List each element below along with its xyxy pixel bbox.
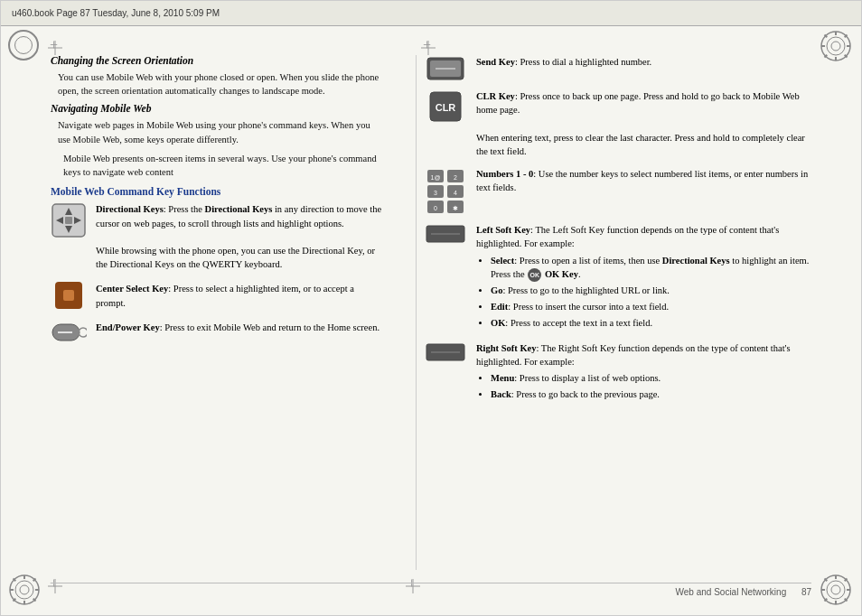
svg-text:✱: ✱ <box>453 205 458 211</box>
numbers-key-item: 1@ 2 3 4 0 ✱ Numbers 1 - 0: Use the numb… <box>426 167 811 214</box>
send-key-text: Send Key: Press to dial a highlighted nu… <box>476 55 811 69</box>
command-key-section: Mobile Web Command Key Functions <box>51 186 385 344</box>
numbers-key-icon: 1@ 2 3 4 0 ✱ <box>426 167 465 214</box>
section-changing-screen: Changing the Screen Orientation You can … <box>51 55 385 98</box>
svg-point-1 <box>827 37 845 55</box>
svg-text:3: 3 <box>434 190 437 196</box>
corner-top-right <box>820 30 854 64</box>
svg-text:CLR: CLR <box>436 102 456 113</box>
section-navigating-mobile-web: Navigating Mobile Web Navigate web pages… <box>51 103 385 179</box>
directional-key-text: Directional Keys: Press the Directional … <box>96 202 385 271</box>
navigating-mobile-web-title: Navigating Mobile Web <box>51 103 385 114</box>
center-select-key-item: Center Select Key: Press to select a hig… <box>51 282 385 309</box>
numbers-key-text: Numbers 1 - 0: Use the number keys to se… <box>476 167 811 194</box>
footer: Web and Social Networking 87 <box>51 583 811 597</box>
clr-key-text: CLR Key: Press once to back up one page.… <box>476 89 811 158</box>
center-select-key-text: Center Select Key: Press to select a hig… <box>96 282 385 309</box>
svg-text:4: 4 <box>454 190 457 196</box>
navigating-body1: Navigate web pages in Mobile Web using y… <box>51 118 385 145</box>
corner-bottom-right <box>820 574 854 608</box>
right-column: Send Key: Press to dial a highlighted nu… <box>416 55 811 570</box>
svg-point-2 <box>831 42 840 51</box>
left-soft-key-icon <box>426 223 465 243</box>
footer-right: Web and Social Networking 87 <box>676 587 811 597</box>
svg-text:0: 0 <box>434 205 437 211</box>
right-soft-key-text: Right Soft Key: The Right Soft Key funct… <box>476 341 811 404</box>
end-power-key-text: End/Power Key: Press to exit Mobile Web … <box>96 321 385 334</box>
end-power-key-item: End/Power Key: Press to exit Mobile Web … <box>51 321 385 344</box>
left-soft-key-item: Left Soft Key: The Left Soft Key functio… <box>426 223 811 332</box>
directional-key-icon <box>51 202 87 238</box>
svg-text:2: 2 <box>454 174 457 181</box>
center-select-key-icon <box>51 282 87 309</box>
left-column: Changing the Screen Orientation You can … <box>51 55 394 570</box>
changing-screen-body: You can use Mobile Web with your phone c… <box>51 70 385 98</box>
clr-key-icon: CLR <box>426 89 465 122</box>
svg-text:1@: 1@ <box>431 174 441 181</box>
footer-page-number: 87 <box>801 587 811 597</box>
svg-point-24 <box>831 585 840 594</box>
command-key-title: Mobile Web Command Key Functions <box>51 186 385 197</box>
content-area: Changing the Screen Orientation You can … <box>51 55 811 570</box>
right-soft-key-icon <box>426 341 465 361</box>
svg-point-13 <box>20 585 29 594</box>
header-text: u460.book Page 87 Tuesday, June 8, 2010 … <box>12 8 220 18</box>
send-key-item: Send Key: Press to dial a highlighted nu… <box>426 55 811 80</box>
right-soft-key-item: Right Soft Key: The Right Soft Key funct… <box>426 341 811 404</box>
left-soft-key-text: Left Soft Key: The Left Soft Key functio… <box>476 223 811 332</box>
svg-rect-46 <box>65 217 72 224</box>
directional-keys-item: Directional Keys: Press the Directional … <box>51 202 385 271</box>
end-power-key-icon <box>51 321 87 344</box>
navigating-body2: Mobile Web presents on-screen items in s… <box>51 152 385 179</box>
footer-section-label: Web and Social Networking <box>676 587 787 597</box>
send-key-icon <box>426 55 465 80</box>
corner-top-left <box>8 30 42 64</box>
corner-bottom-left <box>8 574 42 608</box>
clr-key-item: CLR CLR Key: Press once to back up one p… <box>426 89 811 158</box>
svg-point-12 <box>15 581 33 599</box>
header-bar: u460.book Page 87 Tuesday, June 8, 2010 … <box>1 1 861 26</box>
svg-point-23 <box>827 581 845 599</box>
changing-screen-title: Changing the Screen Orientation <box>51 55 385 66</box>
